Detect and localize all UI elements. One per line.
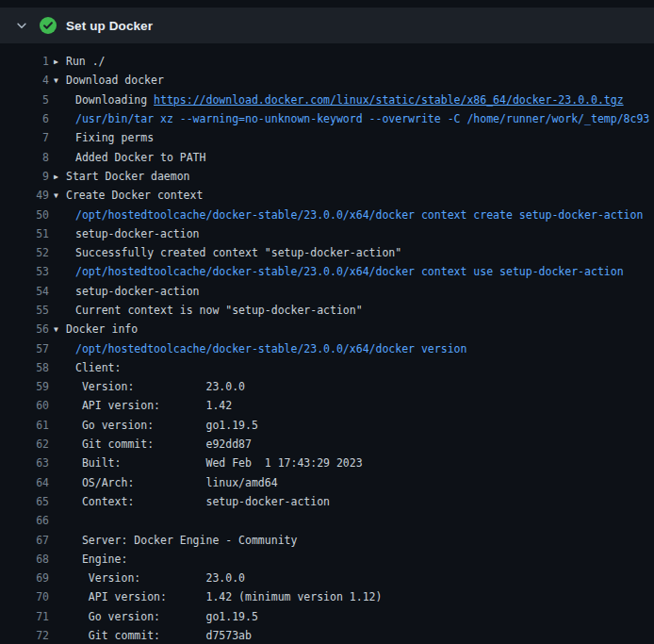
line-number[interactable]: 6 [0, 112, 49, 125]
line-number[interactable]: 72 [0, 629, 49, 642]
log-group-line[interactable]: 9 ▶Start Docker daemon [0, 167, 654, 186]
log-line: 8 Added Docker to PATH [0, 147, 654, 166]
triangle-expanded-icon[interactable]: ▼ [54, 325, 66, 334]
triangle-collapsed-icon[interactable]: ▶ [54, 58, 66, 66]
line-number[interactable]: 50 [0, 208, 49, 222]
line-content: setup-docker-action [49, 227, 654, 240]
log-line: 5 Downloading https://download.docker.co… [0, 91, 654, 109]
line-number[interactable]: 69 [0, 571, 49, 585]
line-number[interactable]: 60 [0, 399, 49, 412]
log-line: 60 API version: 1.42 [0, 396, 654, 415]
log-line: 58 Client: [0, 358, 654, 377]
log-text: setup-docker-action [75, 285, 200, 298]
line-content: Version: 23.0.0 [49, 571, 654, 585]
log-line: 65 Context: setup-docker-action [0, 492, 654, 511]
log-group-line[interactable]: 56 ▼Docker info [0, 320, 654, 339]
log-line: 52 Successfully created context "setup-d… [0, 243, 654, 262]
log-text: Run ./ [66, 55, 106, 68]
log-group-line[interactable]: 49 ▼Create Docker context [0, 186, 654, 205]
line-number[interactable]: 58 [0, 361, 49, 374]
line-content: ▼Create Docker context [49, 189, 654, 202]
line-content: Built: Wed Feb 1 17:43:29 2023 [49, 456, 654, 470]
log-text: Context: setup-docker-action [75, 495, 330, 508]
line-number[interactable]: 5 [0, 93, 49, 107]
line-number[interactable]: 54 [0, 285, 49, 298]
log-area: 1 ▶Run ./ 4 ▼Download docker 5 Downloadi… [0, 43, 654, 644]
line-number[interactable]: 62 [0, 438, 49, 451]
triangle-expanded-icon[interactable]: ▼ [54, 191, 66, 200]
log-text: Version: 23.0.0 [75, 380, 245, 393]
line-content: ▶Start Docker daemon [49, 170, 654, 183]
line-number[interactable]: 59 [0, 380, 49, 393]
log-command-text: /opt/hostedtoolcache/docker-stable/23.0.… [75, 208, 643, 222]
line-content: API version: 1.42 [49, 399, 654, 412]
line-number[interactable]: 70 [0, 590, 49, 603]
line-number[interactable]: 57 [0, 342, 49, 355]
log-line: 54 setup-docker-action [0, 282, 654, 301]
triangle-collapsed-icon[interactable]: ▶ [54, 173, 66, 181]
line-number[interactable]: 65 [0, 495, 49, 508]
line-content: Context: setup-docker-action [49, 495, 654, 508]
line-number[interactable]: 53 [0, 265, 49, 278]
line-content: Git commit: d7573ab [49, 629, 654, 642]
line-content: /opt/hostedtoolcache/docker-stable/23.0.… [49, 342, 654, 355]
log-text: Docker info [66, 322, 138, 336]
log-text: setup-docker-action [75, 227, 200, 240]
line-number[interactable]: 49 [0, 189, 49, 202]
log-line: 72 Git commit: d7573ab [0, 626, 654, 644]
log-group-line[interactable]: 4 ▼Download docker [0, 71, 654, 90]
line-number[interactable]: 51 [0, 227, 49, 240]
log-line: 71 Go version: go1.19.5 [0, 607, 654, 626]
triangle-expanded-icon[interactable]: ▼ [54, 76, 66, 85]
log-line: 66 [0, 511, 654, 530]
line-content: ▼Docker info [49, 322, 654, 336]
line-content: Engine: [49, 553, 654, 566]
chevron-down-icon[interactable] [13, 17, 30, 34]
line-number[interactable]: 61 [0, 419, 49, 432]
line-number[interactable]: 55 [0, 304, 49, 317]
log-line: 50 /opt/hostedtoolcache/docker-stable/23… [0, 205, 654, 223]
log-text: API version: 1.42 (minimum version 1.12) [75, 590, 382, 603]
line-content: ▼Download docker [49, 74, 654, 87]
log-text: Git commit: e92dd87 [75, 438, 252, 451]
log-line: 62 Git commit: e92dd87 [0, 435, 654, 454]
log-line: 67 Server: Docker Engine - Community [0, 530, 654, 549]
line-number[interactable]: 64 [0, 476, 49, 489]
log-command-text: /opt/hostedtoolcache/docker-stable/23.0.… [75, 342, 466, 355]
log-text: API version: 1.42 [75, 399, 232, 412]
line-content: /opt/hostedtoolcache/docker-stable/23.0.… [49, 265, 654, 278]
line-number[interactable]: 68 [0, 553, 49, 566]
log-line: 68 Engine: [0, 550, 654, 569]
log-text: Create Docker context [66, 189, 203, 202]
line-content: Git commit: e92dd87 [49, 438, 654, 451]
step-header[interactable]: Set up Docker [0, 8, 654, 43]
log-text: Download docker [66, 74, 164, 87]
line-number[interactable]: 1 [0, 55, 49, 68]
log-text: Version: 23.0.0 [75, 571, 245, 585]
log-text: Successfully created context "setup-dock… [75, 246, 401, 259]
line-number[interactable]: 63 [0, 456, 49, 470]
line-number[interactable]: 71 [0, 610, 49, 623]
log-line: 70 API version: 1.42 (minimum version 1.… [0, 587, 654, 606]
line-number[interactable]: 4 [0, 74, 49, 87]
log-line: 63 Built: Wed Feb 1 17:43:29 2023 [0, 454, 654, 472]
line-content: API version: 1.42 (minimum version 1.12) [49, 590, 654, 603]
log-link[interactable]: https://download.docker.com/linux/static… [154, 93, 624, 107]
log-group-line[interactable]: 1 ▶Run ./ [0, 52, 654, 71]
line-number[interactable]: 52 [0, 246, 49, 259]
line-content: Downloading https://download.docker.com/… [49, 93, 654, 107]
line-number[interactable]: 9 [0, 170, 49, 183]
log-line: 57 /opt/hostedtoolcache/docker-stable/23… [0, 339, 654, 357]
line-content: /usr/bin/tar xz --warning=no-unknown-key… [49, 112, 654, 125]
line-number[interactable]: 66 [0, 514, 49, 527]
step-title: Set up Docker [66, 19, 153, 33]
log-text: Engine: [75, 553, 127, 566]
line-number[interactable]: 56 [0, 322, 49, 336]
line-number[interactable]: 8 [0, 151, 49, 164]
line-number[interactable]: 67 [0, 534, 49, 547]
line-number[interactable]: 7 [0, 131, 49, 144]
log-line: 53 /opt/hostedtoolcache/docker-stable/23… [0, 262, 654, 281]
line-content: Client: [49, 361, 654, 374]
log-line: 61 Go version: go1.19.5 [0, 416, 654, 435]
log-text: Start Docker daemon [66, 170, 190, 183]
